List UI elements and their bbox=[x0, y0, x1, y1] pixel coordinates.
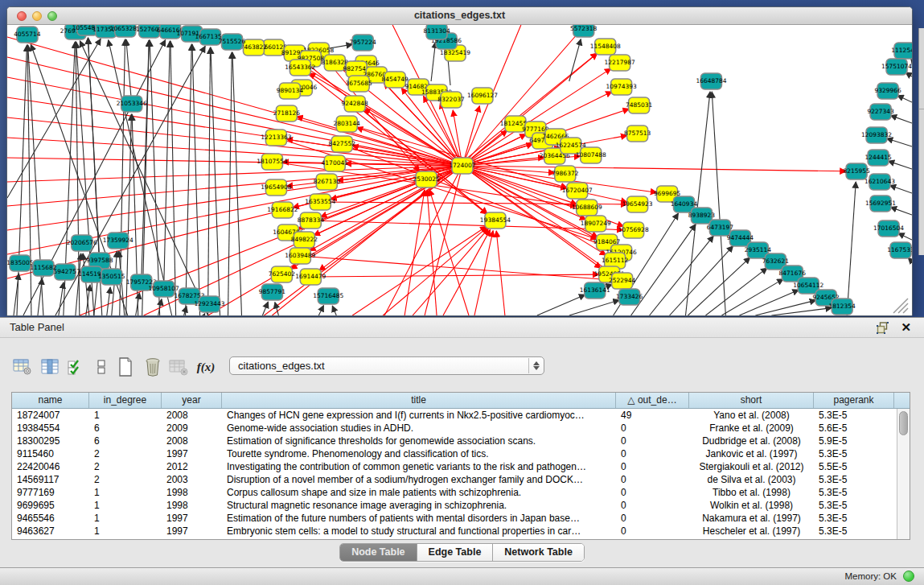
table-cell[interactable]: 5.3E-5 bbox=[814, 473, 894, 486]
table-cell[interactable]: 2 bbox=[89, 460, 162, 473]
network-edge[interactable] bbox=[352, 226, 487, 315]
network-node[interactable]: 8878334 bbox=[298, 212, 325, 229]
network-edge[interactable] bbox=[7, 166, 462, 206]
table-cell[interactable]: Nakamura et al. (1997) bbox=[689, 512, 814, 525]
table-cell[interactable]: 2003 bbox=[162, 473, 222, 486]
table-cell[interactable]: 1997 bbox=[162, 447, 222, 460]
network-edge[interactable] bbox=[705, 268, 767, 315]
network-edge[interactable] bbox=[898, 233, 912, 240]
import-table-icon[interactable] bbox=[167, 355, 190, 379]
network-node[interactable]: 8498222 bbox=[291, 232, 318, 248]
table-row[interactable]: 1456911722003Disruption of a novel membe… bbox=[12, 473, 897, 486]
table-cell[interactable]: Genome-wide association studies in ADHD. bbox=[222, 422, 616, 435]
selected-rows-icon[interactable] bbox=[64, 355, 87, 379]
network-node[interactable]: 19654908 bbox=[261, 179, 291, 196]
table-cell[interactable]: 5.3E-5 bbox=[814, 409, 894, 422]
table-cell[interactable]: Estimation of the future numbers of pati… bbox=[222, 512, 616, 525]
network-canvas[interactable]: 1724007866012889129541822605898275081654… bbox=[7, 25, 912, 315]
table-cell[interactable]: 0 bbox=[616, 460, 689, 473]
network-node[interactable]: 12923443 bbox=[195, 296, 225, 312]
table-cell[interactable]: 2 bbox=[89, 473, 162, 486]
table-row[interactable]: 946554611997Estimation of the future num… bbox=[12, 512, 897, 525]
network-node[interactable]: 21053346 bbox=[117, 96, 147, 112]
network-node[interactable]: 8427552 bbox=[329, 136, 356, 152]
table-cell[interactable]: 5.3E-5 bbox=[814, 486, 894, 499]
table-cell[interactable]: 14569117 bbox=[12, 473, 89, 486]
network-edge[interactable] bbox=[462, 105, 479, 166]
table-row[interactable]: 977716911998Corpus callosum shape and si… bbox=[12, 486, 897, 499]
table-cell[interactable]: Franke et al. (2009) bbox=[689, 422, 814, 435]
table-cell[interactable]: 9465546 bbox=[12, 512, 89, 525]
table-settings-icon[interactable] bbox=[11, 355, 34, 379]
column-header-pagerank[interactable]: pagerank bbox=[814, 393, 894, 408]
network-node[interactable]: 7986372 bbox=[552, 166, 579, 182]
network-edge[interactable] bbox=[107, 287, 110, 315]
table-cell[interactable]: de Silva et al. (2003) bbox=[689, 473, 814, 486]
network-node[interactable]: 8131304 bbox=[423, 25, 450, 39]
close-window-icon[interactable] bbox=[17, 11, 27, 21]
table-cell[interactable]: 0 bbox=[616, 486, 689, 499]
network-node[interactable]: 3675685 bbox=[346, 76, 373, 92]
network-node[interactable]: 1812354 bbox=[828, 299, 856, 315]
network-node[interactable]: 11548408 bbox=[590, 39, 621, 55]
network-edge[interactable] bbox=[431, 42, 436, 81]
table-cell[interactable]: Jankovic et al. (1997) bbox=[689, 447, 814, 460]
network-edge[interactable] bbox=[204, 314, 205, 315]
table-cell[interactable]: Yano et al. (2008) bbox=[689, 409, 814, 422]
network-node[interactable]: 16720407 bbox=[562, 183, 593, 199]
column-header-year[interactable]: year bbox=[162, 393, 222, 408]
network-edge[interactable] bbox=[405, 190, 425, 315]
table-cell[interactable]: 2008 bbox=[162, 409, 222, 422]
table-cell[interactable]: 5.5E-5 bbox=[814, 460, 894, 473]
function-builder-icon[interactable]: f(x) bbox=[195, 355, 217, 379]
network-node[interactable]: 4170041 bbox=[322, 155, 349, 171]
table-cell[interactable]: 9699695 bbox=[12, 499, 89, 512]
window-titlebar[interactable]: citations_edges.txt bbox=[7, 7, 912, 25]
network-edge[interactable] bbox=[890, 115, 912, 123]
float-panel-icon[interactable] bbox=[877, 322, 889, 334]
table-cell[interactable]: Investigating the contribution of common… bbox=[222, 460, 616, 473]
network-edge[interactable] bbox=[150, 40, 160, 315]
table-cell[interactable]: Structural magnetic resonance image aver… bbox=[222, 499, 616, 512]
network-edge[interactable] bbox=[7, 39, 101, 198]
memory-ok-indicator[interactable] bbox=[903, 571, 914, 582]
network-node[interactable]: 7625402 bbox=[269, 266, 296, 282]
select-columns-icon[interactable] bbox=[39, 355, 61, 379]
table-cell[interactable]: 5.3E-5 bbox=[814, 525, 894, 538]
network-edge[interactable] bbox=[688, 257, 749, 315]
table-cell[interactable]: Hescheler et al. (1997) bbox=[689, 525, 814, 538]
tab-edge-table[interactable]: Edge Table bbox=[417, 544, 494, 561]
table-cell[interactable]: 49 bbox=[616, 409, 689, 422]
network-node[interactable]: 15716485 bbox=[313, 288, 343, 304]
table-cell[interactable]: 19384554 bbox=[12, 422, 89, 435]
tab-node-table[interactable]: Node Table bbox=[340, 544, 417, 561]
table-cell[interactable]: 2012 bbox=[162, 460, 222, 473]
table-cell[interactable]: 2008 bbox=[162, 435, 222, 447]
table-cell[interactable]: 1 bbox=[89, 409, 162, 422]
table-cell[interactable]: 0 bbox=[616, 499, 689, 512]
column-header-title[interactable]: title bbox=[222, 393, 616, 408]
table-cell[interactable]: 18300295 bbox=[12, 435, 89, 447]
network-node[interactable]: 7515526 bbox=[219, 34, 246, 50]
network-node[interactable]: 4055714 bbox=[14, 27, 41, 43]
network-edge[interactable] bbox=[321, 166, 462, 217]
network-node[interactable]: 1112541 bbox=[891, 43, 912, 59]
network-node[interactable]: 9242848 bbox=[342, 96, 369, 112]
network-node[interactable]: 2522944 bbox=[609, 273, 636, 289]
table-scrollbar[interactable] bbox=[897, 409, 910, 539]
network-edge[interactable] bbox=[569, 300, 619, 315]
network-edge[interactable] bbox=[318, 306, 323, 315]
network-node[interactable]: 7957224 bbox=[350, 35, 377, 51]
network-node[interactable]: 8215955 bbox=[843, 163, 870, 179]
table-cell[interactable]: 1997 bbox=[162, 512, 222, 525]
network-node[interactable]: 10807488 bbox=[576, 147, 606, 163]
table-cell[interactable]: 9115460 bbox=[12, 447, 89, 460]
network-edge[interactable] bbox=[383, 227, 487, 315]
network-edge[interactable] bbox=[164, 41, 170, 289]
table-row[interactable]: 2242004622012Investigating the contribut… bbox=[12, 460, 897, 473]
network-node[interactable]: 12093832 bbox=[861, 127, 892, 143]
network-node[interactable]: 7485031 bbox=[626, 97, 653, 113]
network-edge[interactable] bbox=[211, 47, 220, 315]
table-cell[interactable]: 0 bbox=[616, 435, 689, 447]
network-edge[interactable] bbox=[332, 306, 336, 315]
